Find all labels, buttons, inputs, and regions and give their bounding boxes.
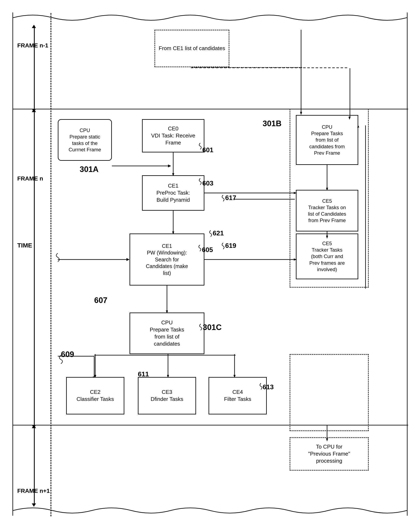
frame-n-minus-1-label: FRAME n-1 <box>17 42 48 49</box>
time-arrow-up <box>32 25 36 28</box>
ce2-classifier-box: CE2 Classifier Tasks <box>66 377 124 414</box>
time-arrow-head <box>32 503 36 507</box>
ce3-dfinder-box: CE3 Dfinder Tasks <box>138 377 196 414</box>
ce1-pw-box: CE1 PW (Windowing): Search for Candidate… <box>130 234 204 286</box>
svg-marker-14 <box>126 258 130 261</box>
frame-n-plus-1-label: FRAME n+1 <box>17 488 50 494</box>
svg-marker-38 <box>357 125 359 128</box>
time-label: TIME <box>17 242 32 249</box>
svg-marker-3 <box>168 164 171 167</box>
diagram-container: FRAME n-1 FRAME n FRAME n+1 TIME From CE… <box>13 13 407 516</box>
frame-n-label: FRAME n <box>17 175 43 182</box>
frame-div-arrow-bottom2 <box>32 425 36 428</box>
label-611: 611 <box>138 370 149 378</box>
right-dashed-bottom <box>290 354 369 431</box>
label-607: 607 <box>94 296 107 305</box>
label-301B: 301B <box>262 119 282 128</box>
right-dashed-container <box>290 109 369 288</box>
cpu-prepare-static-box: CPU Prepare static tasks of the Currnet … <box>58 119 112 161</box>
main-timeline <box>51 13 51 516</box>
cpu-prepare-tasks-box: CPU Prepare Tasks from list of candidate… <box>130 313 204 354</box>
from-ce1-box: From CE1 list of candidates <box>155 30 229 67</box>
to-cpu-box: To CPU for "Previous Frame" processing <box>290 437 369 471</box>
frame-div-arrow-top2 <box>32 109 36 112</box>
time-arrow-line <box>34 26 35 504</box>
